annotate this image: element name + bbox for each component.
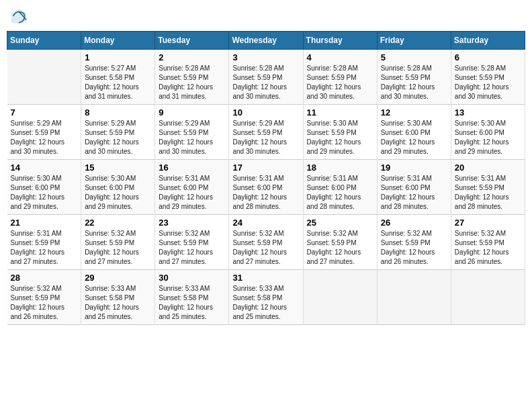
weekday-header-row: SundayMondayTuesdayWednesdayThursdayFrid… (7, 32, 525, 50)
calendar-cell: 19Sunrise: 5:31 AM Sunset: 6:00 PM Dayli… (377, 160, 451, 215)
calendar-cell: 18Sunrise: 5:31 AM Sunset: 6:00 PM Dayli… (303, 160, 377, 215)
day-number: 27 (455, 218, 521, 228)
calendar-cell: 15Sunrise: 5:30 AM Sunset: 6:00 PM Dayli… (81, 160, 155, 215)
day-number: 12 (381, 107, 447, 118)
calendar-cell (377, 270, 451, 325)
day-number: 24 (232, 218, 299, 228)
day-number: 5 (381, 52, 447, 62)
day-number: 11 (307, 107, 373, 118)
day-number: 16 (159, 163, 225, 173)
day-info: Sunrise: 5:32 AM Sunset: 5:59 PM Dayligh… (11, 284, 78, 322)
day-info: Sunrise: 5:32 AM Sunset: 5:59 PM Dayligh… (85, 229, 151, 267)
day-number: 9 (159, 107, 225, 118)
day-info: Sunrise: 5:29 AM Sunset: 5:59 PM Dayligh… (11, 119, 78, 156)
day-info: Sunrise: 5:28 AM Sunset: 5:59 PM Dayligh… (381, 64, 447, 101)
calendar-cell: 23Sunrise: 5:32 AM Sunset: 5:59 PM Dayli… (155, 215, 229, 270)
day-info: Sunrise: 5:29 AM Sunset: 5:59 PM Dayligh… (159, 119, 225, 156)
day-number: 2 (159, 52, 225, 62)
day-info: Sunrise: 5:32 AM Sunset: 5:59 PM Dayligh… (455, 229, 521, 267)
calendar-cell: 3Sunrise: 5:28 AM Sunset: 5:59 PM Daylig… (229, 50, 303, 105)
day-number: 30 (159, 273, 225, 283)
weekday-header-sunday: Sunday (7, 32, 81, 50)
day-info: Sunrise: 5:30 AM Sunset: 6:00 PM Dayligh… (381, 119, 447, 156)
calendar-cell: 10Sunrise: 5:29 AM Sunset: 5:59 PM Dayli… (229, 105, 303, 160)
day-number: 6 (455, 52, 521, 62)
calendar-cell: 20Sunrise: 5:31 AM Sunset: 5:59 PM Dayli… (451, 160, 525, 215)
day-number: 29 (85, 273, 151, 283)
calendar-cell: 6Sunrise: 5:28 AM Sunset: 5:59 PM Daylig… (451, 50, 525, 105)
calendar-cell: 12Sunrise: 5:30 AM Sunset: 6:00 PM Dayli… (377, 105, 451, 160)
weekday-header-wednesday: Wednesday (229, 32, 303, 50)
calendar-cell: 7Sunrise: 5:29 AM Sunset: 5:59 PM Daylig… (7, 105, 81, 160)
weekday-header-thursday: Thursday (303, 32, 377, 50)
day-number: 3 (232, 52, 299, 62)
calendar-cell: 30Sunrise: 5:33 AM Sunset: 5:58 PM Dayli… (155, 270, 229, 325)
calendar-cell: 16Sunrise: 5:31 AM Sunset: 6:00 PM Dayli… (155, 160, 229, 215)
calendar-cell: 24Sunrise: 5:32 AM Sunset: 5:59 PM Dayli… (229, 215, 303, 270)
calendar-week-3: 14Sunrise: 5:30 AM Sunset: 6:00 PM Dayli… (7, 160, 525, 215)
calendar-cell: 21Sunrise: 5:31 AM Sunset: 5:59 PM Dayli… (7, 215, 81, 270)
calendar-cell: 11Sunrise: 5:30 AM Sunset: 5:59 PM Dayli… (303, 105, 377, 160)
calendar-cell: 17Sunrise: 5:31 AM Sunset: 6:00 PM Dayli… (229, 160, 303, 215)
calendar-cell (7, 50, 81, 105)
day-info: Sunrise: 5:32 AM Sunset: 5:59 PM Dayligh… (307, 229, 373, 267)
day-info: Sunrise: 5:27 AM Sunset: 5:58 PM Dayligh… (85, 64, 151, 101)
day-number: 14 (11, 163, 78, 173)
calendar-week-1: 1Sunrise: 5:27 AM Sunset: 5:58 PM Daylig… (7, 50, 525, 105)
day-number: 20 (455, 163, 521, 173)
day-info: Sunrise: 5:31 AM Sunset: 5:59 PM Dayligh… (455, 174, 521, 212)
day-number: 7 (11, 107, 78, 118)
day-info: Sunrise: 5:29 AM Sunset: 5:59 PM Dayligh… (232, 119, 299, 156)
day-number: 8 (85, 107, 151, 118)
calendar-cell: 25Sunrise: 5:32 AM Sunset: 5:59 PM Dayli… (303, 215, 377, 270)
calendar-cell: 1Sunrise: 5:27 AM Sunset: 5:58 PM Daylig… (81, 50, 155, 105)
day-info: Sunrise: 5:33 AM Sunset: 5:58 PM Dayligh… (85, 284, 151, 322)
day-number: 25 (307, 218, 373, 228)
day-number: 15 (85, 163, 151, 173)
day-info: Sunrise: 5:30 AM Sunset: 6:00 PM Dayligh… (85, 174, 151, 212)
logo-icon (9, 7, 28, 26)
day-number: 28 (11, 273, 78, 283)
day-info: Sunrise: 5:30 AM Sunset: 6:00 PM Dayligh… (455, 119, 521, 156)
weekday-header-friday: Friday (377, 32, 451, 50)
calendar-table: SundayMondayTuesdayWednesdayThursdayFrid… (7, 31, 525, 325)
day-info: Sunrise: 5:30 AM Sunset: 6:00 PM Dayligh… (11, 174, 78, 212)
page-header (7, 7, 525, 26)
day-number: 17 (232, 163, 299, 173)
calendar-cell: 14Sunrise: 5:30 AM Sunset: 6:00 PM Dayli… (7, 160, 81, 215)
weekday-header-saturday: Saturday (451, 32, 525, 50)
calendar-cell (451, 270, 525, 325)
calendar-cell: 4Sunrise: 5:28 AM Sunset: 5:59 PM Daylig… (303, 50, 377, 105)
day-info: Sunrise: 5:28 AM Sunset: 5:59 PM Dayligh… (307, 64, 373, 101)
day-number: 1 (85, 52, 151, 62)
day-info: Sunrise: 5:33 AM Sunset: 5:58 PM Dayligh… (159, 284, 225, 322)
day-info: Sunrise: 5:28 AM Sunset: 5:59 PM Dayligh… (159, 64, 225, 101)
calendar-cell: 29Sunrise: 5:33 AM Sunset: 5:58 PM Dayli… (81, 270, 155, 325)
calendar-cell: 5Sunrise: 5:28 AM Sunset: 5:59 PM Daylig… (377, 50, 451, 105)
day-number: 21 (11, 218, 78, 228)
day-number: 18 (307, 163, 373, 173)
day-number: 19 (381, 163, 447, 173)
day-info: Sunrise: 5:28 AM Sunset: 5:59 PM Dayligh… (455, 64, 521, 101)
day-info: Sunrise: 5:29 AM Sunset: 5:59 PM Dayligh… (85, 119, 151, 156)
day-number: 26 (381, 218, 447, 228)
calendar-cell: 9Sunrise: 5:29 AM Sunset: 5:59 PM Daylig… (155, 105, 229, 160)
day-number: 22 (85, 218, 151, 228)
day-info: Sunrise: 5:33 AM Sunset: 5:58 PM Dayligh… (232, 284, 299, 322)
calendar-week-2: 7Sunrise: 5:29 AM Sunset: 5:59 PM Daylig… (7, 105, 525, 160)
calendar-cell: 28Sunrise: 5:32 AM Sunset: 5:59 PM Dayli… (7, 270, 81, 325)
day-info: Sunrise: 5:32 AM Sunset: 5:59 PM Dayligh… (159, 229, 225, 267)
day-number: 31 (232, 273, 299, 283)
day-number: 13 (455, 107, 521, 118)
calendar-week-4: 21Sunrise: 5:31 AM Sunset: 5:59 PM Dayli… (7, 215, 525, 270)
day-info: Sunrise: 5:32 AM Sunset: 5:59 PM Dayligh… (232, 229, 299, 267)
calendar-cell: 2Sunrise: 5:28 AM Sunset: 5:59 PM Daylig… (155, 50, 229, 105)
calendar-cell: 8Sunrise: 5:29 AM Sunset: 5:59 PM Daylig… (81, 105, 155, 160)
calendar-week-5: 28Sunrise: 5:32 AM Sunset: 5:59 PM Dayli… (7, 270, 525, 325)
day-info: Sunrise: 5:31 AM Sunset: 6:00 PM Dayligh… (381, 174, 447, 212)
day-info: Sunrise: 5:31 AM Sunset: 6:00 PM Dayligh… (307, 174, 373, 212)
day-info: Sunrise: 5:31 AM Sunset: 5:59 PM Dayligh… (11, 229, 78, 267)
day-info: Sunrise: 5:32 AM Sunset: 5:59 PM Dayligh… (381, 229, 447, 267)
day-info: Sunrise: 5:28 AM Sunset: 5:59 PM Dayligh… (232, 64, 299, 101)
weekday-header-tuesday: Tuesday (155, 32, 229, 50)
